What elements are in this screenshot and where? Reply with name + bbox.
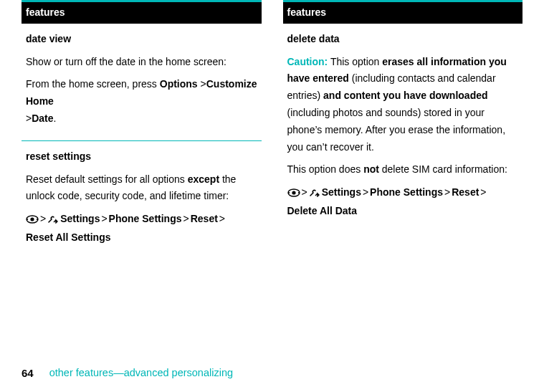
delete-data-body: Caution: This option erases all informat… [287,54,519,156]
dd-p2a: This option does [287,163,364,175]
svg-point-1 [30,217,34,221]
section-reset-settings: reset settings Reset default settings fo… [22,141,262,254]
page-columns: features date view Show or turn off the … [22,0,522,254]
path-reset-r: Reset [452,184,479,201]
delete-data-p2: This option does not delete SIM card inf… [287,161,519,178]
date-view-path-prefix: From the home screen, press [26,78,160,90]
date-view-title: date view [26,31,257,48]
page-footer: 64 other features—advanced personalizing [22,364,233,383]
center-key-icon [287,188,300,197]
dd-t1: This option [328,56,382,67]
reset-settings-desc: Reset default settings for all options e… [26,171,257,206]
reset-settings-path: > Settings >Phone Settings >Reset >Reset… [26,211,257,247]
features-header-right: features [283,0,523,24]
svg-point-5 [292,191,295,194]
svg-point-6 [288,192,290,193]
path-settings-r: Settings [322,184,361,201]
left-column: features date view Show or turn off the … [22,0,262,254]
tools-icon [309,188,320,197]
path-phone-settings-r: Phone Settings [370,184,443,201]
section-delete-data: delete data Caution: This option erases … [283,24,523,227]
svg-point-7 [297,192,299,193]
reset-except: except [188,173,219,185]
dd-t3: (including photos and sounds) stored in … [287,107,506,153]
path-settings-l: Settings [60,211,100,228]
path-reset-all-l: Reset All Settings [26,229,111,247]
date-view-desc: Show or turn off the date in the home sc… [26,54,257,71]
reset-settings-title: reset settings [26,148,257,166]
center-key-icon [26,215,39,224]
reset-prefix: Reset default settings for all options [26,173,188,185]
svg-point-3 [37,219,38,220]
path-phone-settings-l: Phone Settings [109,211,182,228]
delete-data-title: delete data [287,31,519,48]
right-column: features delete data Caution: This optio… [283,0,523,254]
path-delete-all-r: Delete All Data [287,203,358,220]
delete-data-path: > Settings >Phone Settings >Reset >Delet… [287,184,519,220]
footer-text: other features—advanced personalizing [49,364,233,382]
path-reset-l: Reset [191,211,218,228]
page-number: 64 [22,364,34,383]
dd-p2b: not [363,163,379,175]
section-date-view: date view Show or turn off the date in t… [22,24,262,141]
dd-p2c: delete SIM card information: [379,163,507,175]
date-view-path: From the home screen, press Options >Cus… [26,76,257,127]
features-header-left: features [22,0,262,24]
svg-point-2 [27,219,28,220]
path-date: Date [32,113,53,124]
tools-icon [47,215,59,224]
path-options: Options [160,78,198,90]
dd-b2: and content you have downloaded [323,90,487,101]
caution-label: Caution: [287,56,328,67]
